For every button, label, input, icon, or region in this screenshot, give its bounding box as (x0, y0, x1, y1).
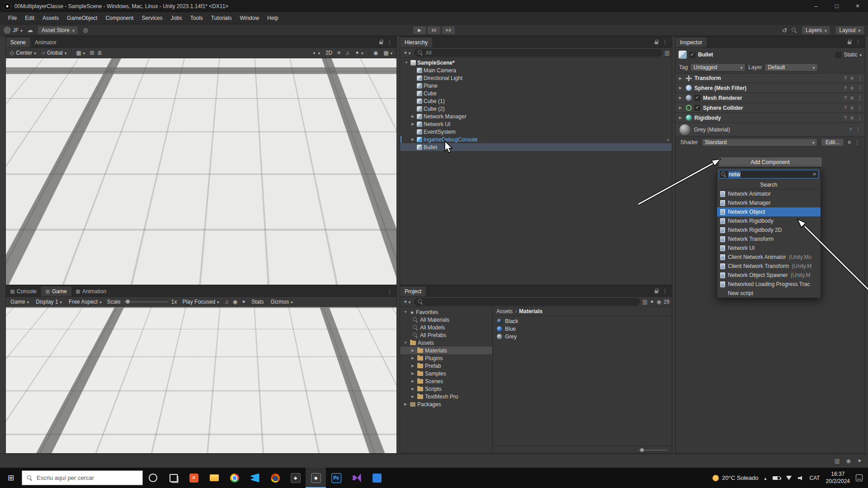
close-button[interactable] (847, 0, 868, 12)
gizmos-dropdown[interactable] (382, 50, 394, 56)
layer-dropdown[interactable]: Default (764, 63, 818, 71)
wifi-icon[interactable] (786, 476, 792, 480)
edit-shader-button[interactable]: Edit... (821, 138, 844, 146)
snap-increment-icon[interactable] (90, 50, 94, 56)
foldout-icon[interactable] (678, 106, 683, 110)
panel-menu-icon[interactable] (387, 39, 392, 46)
help-icon[interactable] (844, 75, 847, 81)
action-center-icon[interactable] (856, 474, 863, 481)
component-header[interactable]: Mesh Renderer (675, 93, 865, 103)
help-icon[interactable] (844, 105, 847, 111)
taskbar-app-icon[interactable] (306, 468, 326, 488)
start-button[interactable] (0, 468, 22, 488)
search-by-type-icon[interactable] (642, 299, 647, 305)
vsync-icon[interactable] (233, 299, 237, 305)
component-result-item[interactable]: Network UI (717, 244, 821, 253)
panel-menu-icon[interactable] (662, 39, 668, 45)
search-icon[interactable] (792, 28, 797, 33)
toggle-2d-button[interactable]: 2D (326, 50, 332, 56)
component-result-item[interactable]: Client Network Animator (Unity.Mu (717, 253, 821, 262)
menu-item[interactable]: Edit (21, 12, 38, 24)
taskbar-app-icon[interactable] (326, 468, 346, 488)
folder-item[interactable]: Prefab (400, 362, 492, 370)
preset-icon[interactable] (850, 105, 854, 111)
component-result-item[interactable]: Network Object Spawner (Unity.M (717, 271, 821, 280)
scale-slider[interactable] (123, 301, 169, 302)
asset-store-button[interactable]: Asset Store (38, 26, 79, 35)
taskbar-app-icon[interactable] (143, 468, 163, 488)
component-result-item[interactable]: New script (717, 289, 821, 298)
transform-tool-button[interactable] (8, 123, 20, 135)
create-object-button[interactable] (402, 49, 412, 56)
folder-item[interactable]: Scenes (400, 377, 492, 385)
console-log-icon[interactable] (835, 458, 840, 464)
component-result-item[interactable]: Client Network Transform (Unity.M (717, 262, 821, 271)
orientation-dropdown[interactable]: Global (41, 50, 68, 56)
menu-item[interactable]: Tools (187, 12, 207, 24)
hierarchy-item[interactable]: Directional Light (400, 74, 672, 82)
folder-item[interactable]: Samples (400, 370, 492, 377)
host-button[interactable]: Host (20, 326, 93, 338)
favorite-item[interactable]: All Prefabs (400, 331, 492, 339)
component-enabled-checkbox[interactable] (694, 105, 700, 111)
foldout-icon[interactable] (410, 356, 415, 360)
rotate-tool-button[interactable] (8, 87, 20, 99)
component-header[interactable]: Sphere Collider (675, 103, 865, 113)
menu-item[interactable]: Help (264, 12, 282, 24)
tab[interactable]: Game (41, 286, 71, 296)
activity-icon[interactable] (857, 458, 862, 464)
maximize-button[interactable] (826, 0, 847, 12)
foldout-icon[interactable] (410, 122, 415, 126)
foldout-icon[interactable] (403, 402, 408, 406)
client-button[interactable]: Client (20, 347, 93, 360)
hierarchy-item[interactable]: Cube (2) (400, 105, 672, 113)
object-name[interactable]: Bullet (698, 52, 833, 58)
menu-item[interactable]: Jobs (167, 12, 185, 24)
grid-snapping-dropdown[interactable] (75, 50, 86, 56)
folder-item[interactable]: Scripts (400, 385, 492, 393)
component-menu-icon[interactable] (857, 75, 863, 81)
language-indicator[interactable]: CAT (810, 475, 820, 481)
component-search-field[interactable]: netw (719, 170, 819, 178)
preset-icon[interactable] (848, 139, 851, 145)
undo-history-icon[interactable] (782, 27, 787, 34)
move-tool-button[interactable] (8, 75, 20, 86)
foldout-icon[interactable] (403, 341, 408, 345)
custom-tool-button[interactable] (8, 136, 20, 147)
lock-icon[interactable] (848, 42, 851, 44)
volume-icon[interactable] (798, 476, 804, 480)
menu-item[interactable]: Tutorials (208, 12, 236, 24)
gizmos-dropdown[interactable]: Gizmos (269, 299, 294, 305)
component-result-item[interactable]: Network Transform (717, 235, 821, 244)
clock[interactable]: 16:37 20/2/2024 (826, 471, 850, 485)
play-focus-dropdown[interactable]: Play Focused (181, 299, 220, 305)
material-menu-icon[interactable] (855, 127, 861, 133)
panel-menu-icon[interactable] (662, 288, 668, 294)
foldout-icon[interactable] (410, 114, 415, 118)
scale-tool-button[interactable] (8, 99, 20, 111)
scene-camera-icon[interactable] (373, 50, 378, 56)
breadcrumb-current[interactable]: Materials (519, 308, 542, 314)
shader-menu-icon[interactable] (854, 139, 860, 145)
asset-item[interactable]: Grey (493, 333, 672, 340)
component-result-item[interactable]: Network Animator (717, 189, 821, 198)
component-header[interactable]: Sphere (Mesh Filter) (675, 83, 865, 93)
foldout-icon[interactable] (403, 310, 408, 314)
foldout-icon[interactable] (410, 137, 415, 141)
tab-hierarchy[interactable]: Hierarchy (400, 38, 432, 47)
search-by-label-icon[interactable] (650, 299, 654, 305)
panel-menu-icon[interactable] (855, 39, 861, 45)
component-menu-icon[interactable] (857, 105, 863, 111)
component-result-item[interactable]: Network Rigidbody 2D (717, 225, 821, 235)
lock-icon[interactable] (655, 42, 658, 44)
taskbar-app-icon[interactable] (285, 468, 306, 488)
foldout-icon[interactable] (404, 61, 409, 65)
menu-item[interactable]: Window (236, 12, 263, 24)
menu-item[interactable]: GameObject (63, 12, 101, 24)
audio-toggle-icon[interactable] (345, 50, 349, 56)
tab-inspector[interactable]: Inspector (675, 38, 707, 47)
menu-item[interactable]: Assets (39, 12, 62, 24)
component-enabled-checkbox[interactable] (694, 95, 700, 101)
taskbar-app-icon[interactable] (224, 468, 245, 488)
tag-dropdown[interactable]: Untagged (690, 63, 745, 71)
